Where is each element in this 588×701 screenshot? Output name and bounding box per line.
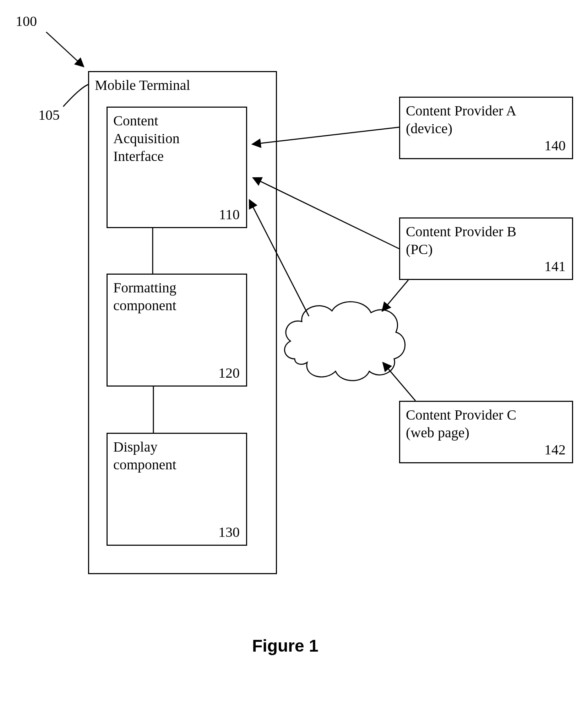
provider-c-title: Content Provider C (web page) xyxy=(406,406,516,442)
mobile-terminal-title: Mobile Terminal xyxy=(95,76,190,94)
figure-caption: Figure 1 xyxy=(252,636,318,656)
content-provider-a-box: Content Provider A (device) 140 xyxy=(399,97,573,159)
diagram-canvas: 100 Mobile Terminal 105 Content Acquisit… xyxy=(0,0,588,701)
content-acquisition-interface-box: Content Acquisition Interface 110 xyxy=(107,107,247,228)
provider-a-ref: 140 xyxy=(544,137,566,154)
formatting-ref: 120 xyxy=(218,365,240,381)
provider-c-ref: 142 xyxy=(544,441,566,458)
display-title: Display component xyxy=(113,438,176,474)
internet-cloud-icon xyxy=(284,302,405,381)
provider-b-ref: 141 xyxy=(544,258,566,275)
internet-cloud-label: Internet xyxy=(321,322,365,339)
formatting-component-box: Formatting component 120 xyxy=(107,274,247,387)
cai-title: Content Acquisition Interface xyxy=(113,112,180,165)
svg-line-6 xyxy=(383,362,415,401)
display-component-box: Display component 130 xyxy=(107,433,247,546)
display-ref: 130 xyxy=(218,524,240,540)
cai-ref: 110 xyxy=(219,206,240,223)
content-provider-c-box: Content Provider C (web page) 142 xyxy=(399,401,573,463)
ref-overall: 100 xyxy=(16,13,37,29)
svg-line-5 xyxy=(382,280,408,311)
formatting-title: Formatting component xyxy=(113,279,176,314)
provider-b-title: Content Provider B (PC) xyxy=(406,223,516,258)
content-provider-b-box: Content Provider B (PC) 141 xyxy=(399,217,573,280)
ref-mobile-terminal: 105 xyxy=(38,107,60,123)
provider-a-title: Content Provider A (device) xyxy=(406,102,516,137)
svg-line-0 xyxy=(46,32,84,67)
